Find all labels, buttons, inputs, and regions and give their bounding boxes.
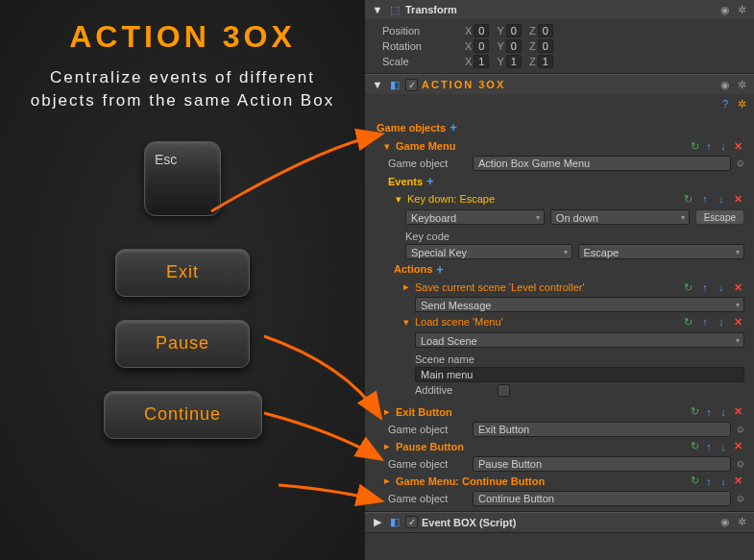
continue-button[interactable]: Continue	[104, 391, 262, 439]
refresh-icon[interactable]: ↻	[688, 405, 701, 419]
esc-key[interactable]: Esc	[144, 141, 221, 216]
enable-checkbox[interactable]	[405, 79, 418, 91]
keycode-row: Special Key Escape	[371, 243, 748, 260]
refresh-icon[interactable]: ↻	[682, 316, 695, 329]
foldout-icon[interactable]: ▸	[382, 405, 392, 418]
demo-buttons: Esc Exit Pause Continue	[29, 141, 336, 439]
scale-row: Scale X1Y1Z1	[371, 54, 748, 69]
delete-icon[interactable]: ✕	[731, 440, 744, 453]
move-down-icon[interactable]: ↓	[715, 315, 728, 329]
rot-z[interactable]: 0	[538, 39, 553, 53]
eventbox-header[interactable]: ▶ ◧ Event BOX (Script) ◉ ✲	[365, 512, 754, 532]
inspector-panel: ▼ ⬚ Transform ◉ ✲ Position X0Y0Z0 Rotati…	[365, 0, 754, 560]
keycode-type-select[interactable]: Special Key	[405, 244, 572, 259]
pos-y[interactable]: 0	[506, 24, 522, 37]
move-down-icon[interactable]: ↓	[717, 475, 730, 488]
actions-section: Actions +	[371, 260, 748, 279]
help-icon[interactable]: ◉	[718, 516, 732, 529]
move-up-icon[interactable]: ↑	[702, 405, 716, 419]
move-up-icon[interactable]: ↑	[698, 280, 712, 294]
keycode-value-select[interactable]: Escape	[578, 244, 745, 259]
foldout-icon[interactable]: ▾	[394, 193, 403, 206]
exit-button[interactable]: Exit	[115, 249, 250, 297]
move-up-icon[interactable]: ↑	[698, 192, 712, 206]
add-action-icon[interactable]: +	[436, 262, 444, 277]
rot-x[interactable]: 0	[474, 39, 489, 53]
move-down-icon[interactable]: ↓	[715, 192, 728, 206]
scene-name-row: Main menu	[371, 366, 748, 383]
rot-y[interactable]: 0	[506, 39, 522, 53]
scl-z[interactable]: 1	[538, 55, 553, 68]
event-key-button[interactable]: Escape	[695, 209, 744, 225]
gameobject-input[interactable]: Pause Button	[473, 456, 731, 472]
object-picker-icon[interactable]: ⊙	[737, 494, 744, 503]
scl-x[interactable]: 1	[474, 55, 489, 68]
additive-row: Additive	[371, 383, 748, 398]
scl-y[interactable]: 1	[506, 55, 522, 68]
gameobject-input[interactable]: Exit Button	[473, 422, 731, 437]
action-row-save: ▸ Save current scene 'Level controller' …	[371, 279, 748, 297]
help-icon[interactable]: ◉	[718, 3, 732, 16]
transform-component: ▼ ⬚ Transform ◉ ✲ Position X0Y0Z0 Rotati…	[365, 0, 754, 74]
action-method-select[interactable]: Send Message	[415, 297, 744, 312]
gameobject-row-game-menu: ▾ Game Menu ↻ ↑ ↓ ✕	[371, 137, 748, 155]
additive-checkbox[interactable]	[498, 384, 510, 397]
move-up-icon[interactable]: ↑	[702, 139, 716, 153]
gameobject-input[interactable]: Action Box Game Menu	[473, 156, 731, 171]
add-gameobject-icon[interactable]: +	[450, 120, 457, 134]
help-icon[interactable]: ◉	[718, 78, 732, 91]
object-picker-icon[interactable]: ⊙	[737, 459, 744, 469]
foldout-icon[interactable]: ▸	[382, 440, 392, 452]
refresh-icon[interactable]: ↻	[688, 440, 701, 453]
delete-icon[interactable]: ✕	[731, 475, 744, 488]
event-trigger-select[interactable]: On down	[550, 209, 690, 225]
gear-icon[interactable]: ✲	[735, 3, 748, 16]
action-method-select[interactable]: Load Scene	[415, 332, 744, 348]
delete-icon[interactable]: ✕	[731, 316, 744, 329]
foldout-icon[interactable]: ▾	[382, 140, 392, 153]
gear-icon[interactable]: ✲	[735, 516, 748, 529]
gameobject-input[interactable]: Continue Button	[473, 491, 731, 506]
actionbox-header[interactable]: ▼ ◧ ACTION 3OX ◉ ✲	[365, 74, 754, 94]
refresh-icon[interactable]: ↻	[688, 139, 701, 153]
foldout-icon[interactable]: ▼	[371, 3, 384, 16]
move-up-icon[interactable]: ↑	[702, 475, 716, 488]
action-method-row: Send Message	[371, 296, 748, 313]
move-down-icon[interactable]: ↓	[717, 440, 730, 453]
pos-x[interactable]: 0	[474, 24, 489, 37]
foldout-icon[interactable]: ▸	[401, 280, 411, 293]
scene-name-input[interactable]: Main menu	[415, 367, 744, 382]
refresh-icon[interactable]: ↻	[688, 475, 701, 488]
event-type-select[interactable]: Keyboard	[405, 209, 545, 225]
delete-icon[interactable]: ✕	[731, 280, 744, 294]
pause-button[interactable]: Pause	[115, 320, 250, 368]
refresh-icon[interactable]: ↻	[682, 193, 695, 207]
actionbox-body: Game objects + ▾ Game Menu ↻ ↑ ↓ ✕ Game …	[365, 113, 754, 511]
gear-icon[interactable]: ✲	[735, 78, 748, 91]
object-picker-icon[interactable]: ⊙	[737, 425, 744, 434]
delete-icon[interactable]: ✕	[731, 139, 744, 153]
event-row-keydown: ▾ Key down: Escape ↻ ↑ ↓ ✕	[371, 190, 748, 208]
enable-checkbox[interactable]	[405, 516, 418, 528]
transform-header[interactable]: ▼ ⬚ Transform ◉ ✲	[365, 0, 754, 19]
delete-icon[interactable]: ✕	[731, 193, 744, 207]
move-up-icon[interactable]: ↑	[702, 440, 716, 453]
help-icon[interactable]: ?	[718, 97, 732, 110]
refresh-icon[interactable]: ↻	[682, 280, 695, 294]
delete-icon[interactable]: ✕	[731, 405, 744, 419]
move-up-icon[interactable]: ↑	[698, 315, 712, 329]
keycode-label-row: Key code	[371, 230, 748, 243]
object-picker-icon[interactable]: ⊙	[737, 158, 744, 168]
gameobject-field: Game object Continue Button ⊙	[371, 490, 748, 507]
foldout-icon[interactable]: ▼	[371, 78, 384, 91]
move-down-icon[interactable]: ↓	[717, 139, 730, 153]
foldout-icon[interactable]: ▾	[401, 316, 411, 329]
foldout-icon[interactable]: ▶	[371, 516, 384, 529]
add-event-icon[interactable]: +	[426, 174, 434, 188]
settings-icon[interactable]: ✲	[735, 97, 748, 110]
move-down-icon[interactable]: ↓	[717, 405, 730, 419]
foldout-icon[interactable]: ▸	[382, 475, 392, 487]
move-down-icon[interactable]: ↓	[715, 280, 728, 294]
pos-z[interactable]: 0	[538, 24, 553, 37]
eventbox-title: Event BOX (Script)	[422, 517, 715, 528]
